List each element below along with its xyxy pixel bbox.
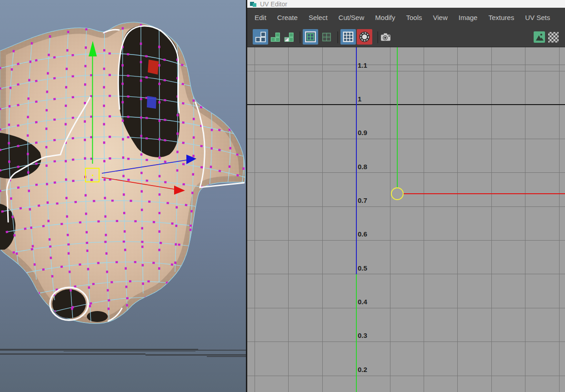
dashed-circle-icon <box>359 31 370 43</box>
menu-item-edit[interactable]: Edit <box>249 14 272 21</box>
grid-dim-button[interactable] <box>321 31 332 43</box>
dashed-circle-button[interactable] <box>357 29 372 45</box>
grid-icon <box>321 32 332 42</box>
uv-gridline-unit <box>247 104 565 105</box>
uv-grid-area[interactable]: 1.1 1 0.9 0.8 0.7 0.6 0.5 0.4 0.3 0.2 <box>247 47 565 392</box>
three-squares-shaded-icon <box>284 32 294 42</box>
squares-outline-button[interactable] <box>253 29 268 45</box>
squares-shaded-button[interactable] <box>283 31 295 43</box>
menu-item-textures[interactable]: Textures <box>483 14 520 21</box>
u-axis-line <box>356 47 357 274</box>
dashed-grid-button[interactable] <box>340 29 356 45</box>
v-axis-line <box>356 274 357 392</box>
tick-label-0_4: 0.4 <box>358 298 367 306</box>
checkerboard-icon <box>548 31 559 43</box>
menu-item-cut-sew[interactable]: Cut/Sew <box>333 14 370 21</box>
three-squares-outline-icon <box>255 31 266 43</box>
menu-item-modify[interactable]: Modify <box>370 14 400 21</box>
tick-label-0_8: 0.8 <box>358 163 367 171</box>
menu-item-uv-sets[interactable]: UV Sets <box>520 14 555 21</box>
framed-grid-icon <box>305 31 316 43</box>
checker-map-button[interactable] <box>548 31 559 43</box>
uv-editor-titlebar[interactable]: UV Editor <box>247 0 565 8</box>
selected-face-red[interactable] <box>148 60 159 75</box>
menu-item-view[interactable]: View <box>428 14 453 21</box>
uv-menubar: Edit Create Select Cut/Sew Modify Tools … <box>247 8 565 27</box>
menu-item-tools[interactable]: Tools <box>400 14 427 21</box>
mesh-hole-bottom-small <box>87 311 108 322</box>
uv-snapshot-button[interactable] <box>380 31 391 43</box>
uv-manip-circle[interactable] <box>391 187 404 200</box>
squares-green-button[interactable] <box>270 31 281 43</box>
mountain-image-icon <box>534 32 545 42</box>
tick-label-0_2: 0.2 <box>358 366 367 373</box>
tick-label-1: 1 <box>358 95 361 103</box>
tick-label-0_6: 0.6 <box>358 230 367 238</box>
tick-label-1_1: 1.1 <box>358 61 367 69</box>
selected-face-blue[interactable] <box>147 96 156 109</box>
uv-toolbar <box>247 27 565 47</box>
uv-editor-window-icon <box>250 2 256 7</box>
toolbar-separator <box>300 31 300 43</box>
framed-grid-button[interactable] <box>303 29 318 45</box>
tick-label-0_7: 0.7 <box>358 196 367 204</box>
menu-item-image[interactable]: Image <box>453 14 483 21</box>
tick-label-0_9: 0.9 <box>358 129 367 136</box>
manip-center-dot <box>92 175 93 176</box>
tick-label-0_5: 0.5 <box>358 264 367 272</box>
menu-item-select[interactable]: Select <box>303 14 333 21</box>
uv-manip-axis-v[interactable] <box>397 47 398 188</box>
uv-editor-window: UV Editor Edit Create Select Cut/Sew Mod… <box>246 0 565 392</box>
toolbar-separator <box>377 31 378 43</box>
tick-label-0_3: 0.3 <box>358 332 367 339</box>
camera-icon <box>380 31 391 43</box>
three-squares-green-icon <box>270 32 280 42</box>
uv-editor-title: UV Editor <box>260 1 287 8</box>
viewport-3d[interactable] <box>0 0 246 392</box>
image-display-button[interactable] <box>534 31 545 43</box>
dashed-grid-icon <box>342 31 354 43</box>
toolbar-separator <box>337 31 338 43</box>
menu-item-create[interactable]: Create <box>272 14 303 21</box>
mesh-hole-bottom <box>52 289 86 318</box>
uv-manip-axis-u[interactable] <box>403 193 565 194</box>
